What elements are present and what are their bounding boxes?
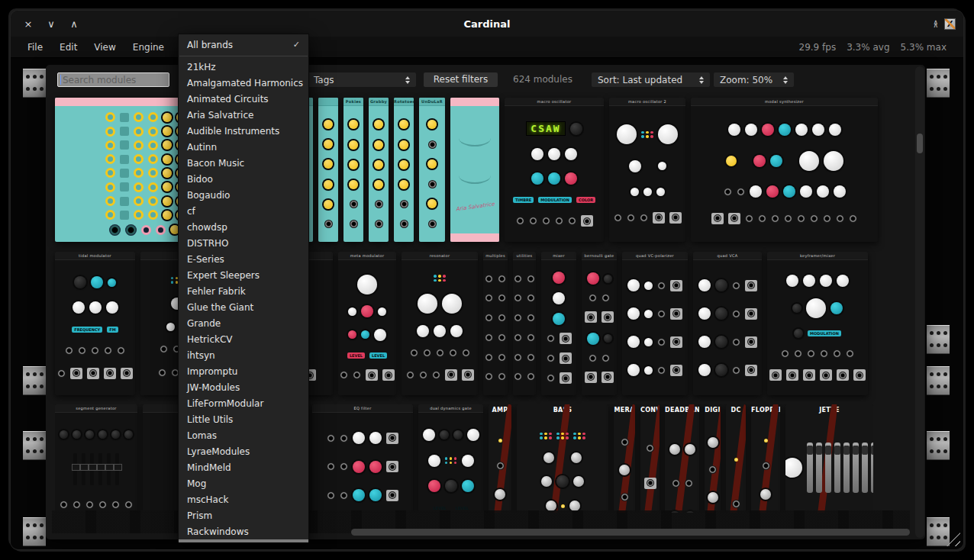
brand-menu-item-grande[interactable]: Grande xyxy=(179,315,308,331)
sort-select[interactable]: Sort: Last updated xyxy=(592,72,710,87)
brand-menu-item-lifeformmodular[interactable]: LifeFormModular xyxy=(179,395,308,411)
minimize-icon[interactable]: ∨ xyxy=(46,18,56,30)
jack-pad xyxy=(670,280,682,291)
module-keyframer-mixer[interactable]: keyframer/mixerMODULATION xyxy=(767,252,868,395)
vertical-scrollbar-track[interactable] xyxy=(915,66,924,538)
brand-menu-item-rackwindows[interactable]: Rackwindows xyxy=(179,523,308,539)
brand-menu-item-animated-circuits[interactable]: Animated Circuits xyxy=(179,91,308,107)
brand-menu-item-little-utils[interactable]: Little Utils xyxy=(179,411,308,427)
knob xyxy=(656,188,665,196)
knob xyxy=(442,294,462,314)
jack xyxy=(498,314,506,322)
reset-filters-button[interactable]: Reset filters xyxy=(424,72,498,87)
jack xyxy=(856,372,863,379)
module-title: dual dynamics gate xyxy=(418,404,483,413)
brand-menu-item-hetrickcv[interactable]: HetrickCV xyxy=(179,331,308,347)
collapse-chevrons-icon[interactable]: ∧∧ xyxy=(933,21,938,27)
jack xyxy=(784,214,792,223)
jack xyxy=(672,338,680,346)
module-grabby[interactable]: Grabby xyxy=(369,98,389,242)
jack xyxy=(604,373,611,381)
tags-filter-select[interactable]: Tags xyxy=(308,72,416,87)
menu-edit[interactable]: Edit xyxy=(60,42,77,53)
knob xyxy=(812,124,824,136)
brand-menu-item-all-brands[interactable]: All brands✓ xyxy=(179,37,308,53)
module-pokies[interactable]: Pokies xyxy=(343,98,363,242)
brand-menu-item-cf[interactable]: cf xyxy=(179,203,308,219)
module-row xyxy=(60,430,133,439)
brand-menu-item-e-series[interactable]: E-Series xyxy=(179,251,308,267)
module-mixer[interactable]: mixer xyxy=(541,252,576,395)
knob xyxy=(644,338,653,346)
dropdown-scrollbar[interactable] xyxy=(179,539,308,542)
maximize-icon[interactable]: ∧ xyxy=(69,18,79,30)
brand-menu-item-ihtsyn[interactable]: ihtsyn xyxy=(179,347,308,363)
brand-menu-item-mog[interactable]: Mog xyxy=(179,475,308,491)
module-modal-synthesizer[interactable]: modal synthesizer xyxy=(691,98,878,242)
jack xyxy=(747,310,755,317)
brand-menu-item-lomas[interactable]: Lomas xyxy=(179,427,308,443)
module-row xyxy=(785,443,873,493)
brand-menu-item-jw-modules[interactable]: JW-Modules xyxy=(179,379,308,395)
module-untitled[interactable] xyxy=(318,98,338,242)
brand-menu-item-aria-salvatrice[interactable]: Aria Salvatrice xyxy=(179,107,308,123)
module-undular[interactable]: UnDuLaR xyxy=(419,98,445,242)
brand-menu-item-bogaudio[interactable]: Bogaudio xyxy=(179,187,308,203)
decor xyxy=(937,523,940,527)
module-quad-vc-polarizer[interactable]: quad VC-polarizer xyxy=(622,252,688,395)
brand-menu-item-expert-sleepers[interactable]: Expert Sleepers xyxy=(179,267,308,283)
brand-menu-item-bidoo[interactable]: Bidoo xyxy=(179,171,308,187)
brand-menu-item-glue-the-giant[interactable]: Glue the Giant xyxy=(179,299,308,315)
brand-menu-item-amalgamated-harmonics[interactable]: Amalgamated Harmonics xyxy=(179,75,308,91)
module-utilities[interactable]: utilities xyxy=(513,252,536,395)
menu-file[interactable]: File xyxy=(27,42,43,53)
brand-menu-item-distrho[interactable]: DISTRHO xyxy=(179,235,308,251)
menu-engine[interactable]: Engine xyxy=(133,42,164,53)
module-tidal-modulator[interactable]: tidal modulatorFREQUENCYFM xyxy=(55,252,135,395)
jack xyxy=(125,224,137,236)
brand-menu-item-chowdsp[interactable]: chowdsp xyxy=(179,219,308,235)
decor xyxy=(943,523,947,527)
zoom-select[interactable]: Zoom: 50% xyxy=(714,72,794,87)
module-row xyxy=(708,492,718,503)
module-row xyxy=(540,433,585,439)
module-resonator[interactable]: resonator xyxy=(402,252,478,395)
close-icon[interactable]: × xyxy=(23,18,34,30)
knob xyxy=(445,480,457,492)
module-meta-modulator[interactable]: meta modulatorLEVELLEVEL xyxy=(338,252,396,395)
brand-menu-item-fehler-fabrik[interactable]: Fehler Fabrik xyxy=(179,283,308,299)
knob xyxy=(134,210,144,220)
module-row xyxy=(327,461,398,473)
menu-view[interactable]: View xyxy=(94,42,115,53)
knob xyxy=(548,148,560,160)
module-macro-oscillator-2[interactable]: macro oscillator 2 xyxy=(609,98,685,242)
module-macro-oscillator[interactable]: macro oscillatorCSAWTIMBREMODULATIONCOLO… xyxy=(505,98,604,242)
brand-menu-item-bacon-music[interactable]: Bacon Music xyxy=(179,155,308,171)
led xyxy=(544,433,547,436)
module-title: resonator xyxy=(402,252,478,260)
horizontal-scrollbar[interactable] xyxy=(351,529,910,536)
module-multiples[interactable]: multiples xyxy=(483,252,508,395)
module-row xyxy=(348,305,386,317)
search-input[interactable]: Search modules xyxy=(57,72,169,87)
module-bernoulli-gate[interactable]: bernoulli gate xyxy=(582,252,617,395)
brand-menu-item-mschack[interactable]: mscHack xyxy=(179,491,308,507)
vertical-scrollbar-thumb[interactable] xyxy=(917,134,923,153)
brand-menu-item-impromptu[interactable]: Impromptu xyxy=(179,363,308,379)
knob xyxy=(715,336,727,348)
brand-menu-item-audible-instruments[interactable]: Audible Instruments xyxy=(179,123,308,139)
brand-menu-item-mindmeld[interactable]: MindMeld xyxy=(179,459,308,475)
module-quad-vca[interactable]: quad VCA xyxy=(693,252,762,395)
jack-pad xyxy=(87,368,99,379)
knob xyxy=(570,123,582,135)
module-rotatoes[interactable]: Rotatoes xyxy=(394,98,414,242)
jack xyxy=(516,217,524,225)
module-row: TIMBREMODULATIONCOLOR xyxy=(513,197,595,203)
module-untitled[interactable]: Aria Salvatrice xyxy=(450,98,499,242)
knob xyxy=(105,182,115,192)
brand-menu-item-21khz[interactable]: 21kHz xyxy=(179,59,308,75)
brand-menu-item-autinn[interactable]: Autinn xyxy=(179,139,308,155)
brand-menu-item-prism[interactable]: Prism xyxy=(179,507,308,523)
brand-menu-item-lyraemodules[interactable]: LyraeModules xyxy=(179,443,308,459)
jack xyxy=(428,140,437,149)
